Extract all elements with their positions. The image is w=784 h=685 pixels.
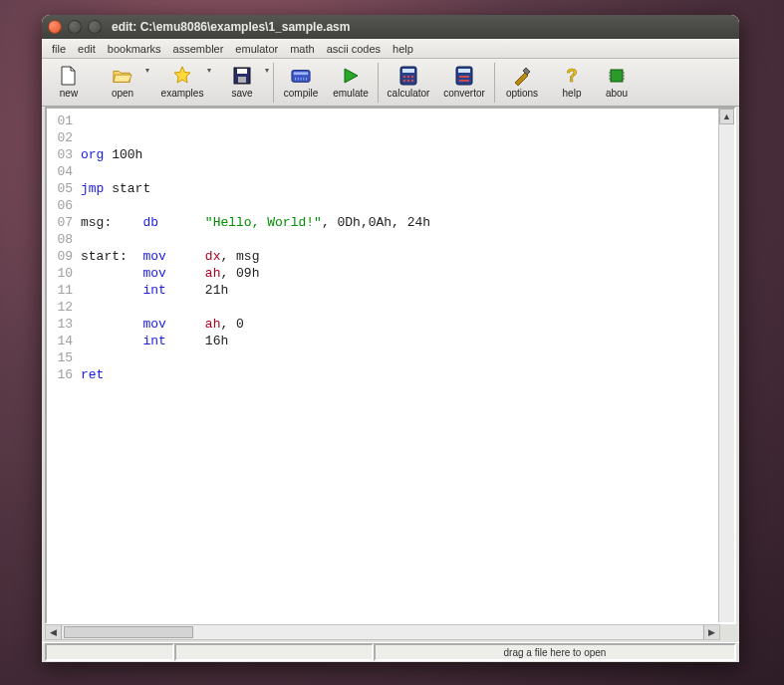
line-number-gutter: 01 02 03 04 05 06 07 08 09 10 11 12 13 1… — [47, 109, 77, 622]
menu-ascii-codes[interactable]: ascii codes — [321, 41, 387, 57]
close-icon[interactable] — [48, 20, 62, 34]
minimize-icon[interactable] — [68, 20, 82, 34]
svg-rect-1 — [237, 69, 247, 74]
menu-math[interactable]: math — [284, 41, 320, 57]
open-button[interactable]: open ▾ — [94, 60, 151, 106]
convertor-button[interactable]: convertor — [436, 60, 492, 106]
scroll-left-icon[interactable]: ◀ — [46, 625, 62, 639]
toolbar-label: save — [231, 88, 252, 99]
star-icon — [172, 66, 192, 86]
chevron-down-icon[interactable]: ▾ — [265, 66, 269, 75]
menu-help[interactable]: help — [387, 41, 419, 57]
svg-point-12 — [403, 76, 406, 79]
examples-button[interactable]: examples ▾ — [151, 60, 213, 106]
svg-point-16 — [407, 80, 410, 83]
maximize-icon[interactable] — [88, 20, 102, 34]
status-drop-hint[interactable]: drag a file here to open — [374, 643, 736, 661]
statusbar: drag a file here to open — [42, 642, 739, 662]
scroll-up-icon[interactable]: ▲ — [719, 109, 734, 124]
svg-rect-4 — [294, 72, 309, 75]
compile-icon — [291, 66, 311, 86]
play-icon — [341, 66, 361, 86]
compile-button[interactable]: compile — [276, 60, 326, 106]
menu-emulator[interactable]: emulator — [229, 41, 284, 57]
status-pane-1 — [45, 643, 174, 661]
help-button[interactable]: ? help — [547, 60, 597, 106]
options-button[interactable]: options — [497, 60, 547, 106]
toolbar-label: open — [112, 88, 133, 99]
svg-text:?: ? — [567, 66, 578, 86]
convertor-icon — [454, 66, 474, 86]
svg-rect-21 — [611, 70, 623, 82]
toolbar-label: calculator — [388, 88, 430, 99]
toolbar-label: compile — [284, 88, 318, 99]
toolbar-label: convertor — [443, 88, 485, 99]
svg-point-17 — [411, 80, 414, 83]
work-area: 01 02 03 04 05 06 07 08 09 10 11 12 13 1… — [42, 107, 739, 642]
scroll-right-icon[interactable]: ▶ — [703, 625, 719, 639]
svg-rect-19 — [458, 69, 470, 73]
emulate-button[interactable]: emulate — [326, 60, 376, 106]
toolbar-label: new — [60, 88, 78, 99]
menu-file[interactable]: file — [46, 41, 72, 57]
open-folder-icon — [113, 66, 132, 86]
horizontal-scrollbar[interactable]: ◀ ▶ — [45, 624, 720, 640]
svg-rect-3 — [292, 71, 310, 83]
svg-point-15 — [403, 80, 406, 83]
menu-edit[interactable]: edit — [72, 41, 102, 57]
chevron-down-icon[interactable]: ▾ — [207, 66, 211, 75]
chip-icon — [607, 66, 627, 86]
save-button[interactable]: save ▾ — [213, 60, 271, 106]
code-editor[interactable]: org 100h jmp start msg: db "Hello, World… — [77, 109, 718, 622]
horizontal-scrollbar-wrap: ◀ ▶ — [45, 624, 736, 640]
toolbar-label: examples — [161, 88, 204, 99]
svg-point-13 — [407, 76, 410, 79]
new-button[interactable]: new — [44, 60, 94, 106]
status-pane-2 — [174, 643, 374, 661]
vertical-scrollbar[interactable]: ▲ — [718, 109, 734, 622]
svg-rect-2 — [238, 77, 246, 83]
new-file-icon — [59, 66, 79, 86]
scroll-thumb[interactable] — [64, 626, 193, 638]
menu-bookmarks[interactable]: bookmarks — [102, 41, 167, 57]
toolbar-separator — [378, 63, 379, 103]
scroll-corner — [720, 624, 736, 640]
about-button[interactable]: abou — [597, 60, 637, 106]
toolbar: new open ▾ examples ▾ save ▾ — [42, 59, 739, 107]
help-icon: ? — [562, 66, 582, 86]
svg-rect-11 — [402, 69, 414, 73]
application-window: edit: C:\emu8086\examples\1_sample.asm f… — [42, 15, 739, 662]
toolbar-label: help — [563, 88, 582, 99]
toolbar-label: abou — [606, 88, 628, 99]
editor: 01 02 03 04 05 06 07 08 09 10 11 12 13 1… — [45, 107, 736, 624]
menubar: file edit bookmarks assembler emulator m… — [42, 39, 739, 59]
toolbar-label: emulate — [333, 88, 369, 99]
window-title: edit: C:\emu8086\examples\1_sample.asm — [112, 20, 350, 34]
chevron-down-icon[interactable]: ▾ — [145, 66, 149, 75]
svg-point-14 — [411, 76, 414, 79]
toolbar-separator — [273, 63, 274, 103]
menu-assembler[interactable]: assembler — [167, 41, 230, 57]
titlebar[interactable]: edit: C:\emu8086\examples\1_sample.asm — [42, 15, 739, 39]
toolbar-label: options — [506, 88, 538, 99]
calculator-button[interactable]: calculator — [381, 60, 436, 106]
tools-icon — [512, 66, 532, 86]
calculator-icon — [398, 66, 418, 86]
save-icon — [232, 66, 252, 86]
toolbar-separator — [494, 63, 495, 103]
